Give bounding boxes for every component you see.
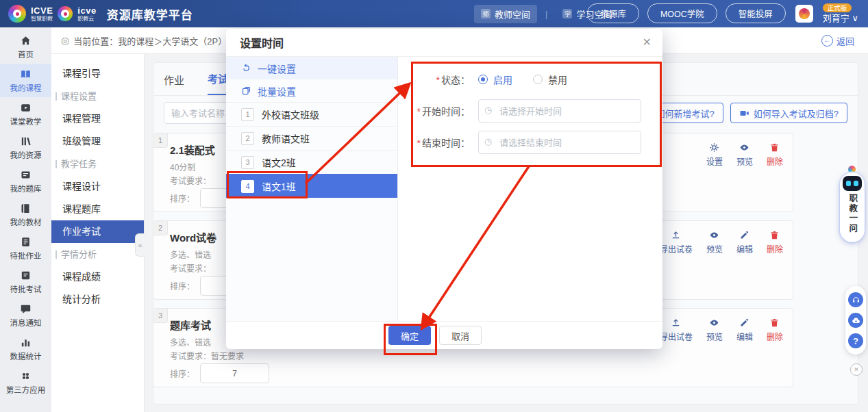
action-eye[interactable]: 预览 (706, 230, 723, 255)
submenu-item-course-manage[interactable]: 课程管理 (51, 107, 144, 130)
submenu-item-course-grades[interactable]: 课程成绩 (51, 266, 144, 288)
cloud-download-icon[interactable] (848, 313, 863, 328)
edit-icon (739, 230, 749, 240)
class-number: 3 (241, 156, 254, 169)
username[interactable]: 刘育宁 ∨ (823, 13, 858, 24)
sidebar-item-my-resources[interactable]: 我的资源 (0, 131, 51, 164)
batch-set-icon (241, 86, 251, 96)
sidebar-item-label: 消息通知 (10, 317, 42, 328)
header-pill-1[interactable]: MOOC学院 (647, 3, 717, 23)
action-trash[interactable]: 删除 (767, 318, 783, 342)
upload-icon (671, 318, 681, 328)
sidebar-item-classroom[interactable]: 课堂教学 (0, 97, 51, 131)
class-item-4[interactable]: 4语文1班 (226, 174, 397, 198)
class-item-3[interactable]: 3语文2班 (226, 150, 397, 174)
sidebar-item-label: 我的资源 (10, 149, 42, 160)
header-pill-2[interactable]: 智能投屏 (726, 3, 786, 23)
user-avatar[interactable] (795, 5, 813, 23)
tab-exam[interactable]: 考试 (208, 71, 228, 95)
action-upload[interactable]: 导出试卷 (660, 230, 693, 255)
sidebar-item-my-textbooks[interactable]: 我的教材 (0, 198, 51, 231)
submenu-item-course-design[interactable]: 课程设计 (51, 175, 144, 198)
help-icon[interactable]: ? (848, 333, 863, 348)
action-trash[interactable]: 删除 (767, 230, 783, 255)
confirm-button[interactable]: 确定 (388, 326, 431, 345)
course-submenu: « 课程引导课程设置课程管理班级管理教学任务课程设计课程题库作业考试学情分析课程… (51, 54, 145, 412)
submenu-item-course-bank[interactable]: 课程题库 (51, 198, 144, 220)
book-icon (20, 68, 32, 80)
action-edit[interactable]: 编辑 (736, 318, 753, 342)
sidebar-item-label: 数据统计 (10, 350, 42, 361)
radio-disable[interactable]: 禁用 (533, 73, 567, 86)
start-time-row: *开始时间： ◷ (398, 99, 662, 123)
sidebar-item-third-party[interactable]: 第三方应用 (0, 365, 51, 399)
video-camera-icon (739, 108, 749, 118)
close-icon[interactable]: ✕ (643, 36, 652, 49)
action-edit[interactable]: 编辑 (736, 230, 753, 255)
sort-input[interactable] (200, 363, 269, 383)
customer-service-icon[interactable] (848, 292, 863, 307)
end-time-input[interactable] (478, 131, 641, 154)
header-right: 资源库MOOC学院智能投屏 正式版 刘育宁 ∨ (587, 3, 868, 24)
submenu-item-class-manage[interactable]: 班级管理 (51, 130, 144, 153)
exam-requirement: 考试要求： (170, 262, 211, 274)
section-bar (55, 250, 57, 259)
help-button-1[interactable]: 如何导入考试及归档? (730, 103, 847, 123)
action-upload[interactable]: 导出试卷 (660, 318, 693, 342)
modal-form-panel: *状态： 启用禁用 *开始时间： ◷ *结束时间： ◷ (398, 57, 662, 322)
eye-icon (739, 142, 749, 153)
upload-icon (671, 230, 681, 240)
action-trash[interactable]: 删除 (767, 142, 783, 167)
sidebar-item-label: 我的课程 (10, 82, 42, 93)
set-time-modal: 设置时间 ✕ 一键设置批量设置1外校语文班级2教师语文班3语文2班4语文1班 *… (226, 29, 662, 349)
sidebar-item-messages[interactable]: 消息通知 (0, 298, 51, 332)
sidebar-item-my-question-bank[interactable]: 我的题库 (0, 164, 51, 198)
radio-circle-icon (478, 75, 488, 84)
chevron-down-icon: ∨ (852, 13, 858, 23)
sort-field: 排序： (170, 363, 269, 383)
play-icon (20, 101, 32, 114)
brand2-sub: 职教云 (77, 16, 96, 22)
action-eye[interactable]: 预览 (706, 318, 723, 342)
class-item-1[interactable]: 1外校语文班级 (226, 102, 397, 126)
cancel-button[interactable]: 取消 (439, 326, 482, 345)
exam-title: 题库考试 (170, 318, 211, 332)
submenu-item-stat-analysis[interactable]: 统计分析 (51, 288, 144, 311)
nav-student-space[interactable]: 学学习空间 (556, 5, 619, 23)
exam-title: 2.1装配式 (170, 142, 215, 157)
brand1-sub: 智慧职教 (31, 16, 53, 22)
action-eye[interactable]: 预览 (736, 142, 753, 167)
left-sidebar: 首页我的课程课堂教学我的资源我的题库我的教材待批作业待批考试消息通知数据统计第三… (0, 27, 51, 412)
nav-teacher-space[interactable]: 师教师空间 (474, 5, 537, 23)
batch-set-link[interactable]: 批量设置 (226, 79, 397, 102)
tab-homework[interactable]: 作业 (164, 73, 184, 95)
nav-separator: | (545, 9, 547, 19)
sidebar-item-home[interactable]: 首页 (0, 30, 51, 64)
class-item-2[interactable]: 2教师语文班 (226, 126, 397, 150)
sidebar-item-label: 第三方应用 (6, 384, 46, 395)
sidebar-item-data-stats[interactable]: 数据统计 (0, 332, 51, 365)
bank-icon (20, 168, 32, 181)
assistant-widget[interactable]: 职教一问 (840, 172, 865, 242)
brand1-title: ICVE (31, 6, 53, 15)
sidebar-item-my-courses[interactable]: 我的课程 (0, 64, 51, 97)
location-icon: ◎ (61, 35, 69, 46)
close-floating-icon[interactable]: ✕ (850, 363, 863, 376)
brand-area: ICVE 智慧职教 icve 职教云 资源库教学平台 (0, 5, 193, 23)
sidebar-item-label: 待批作业 (10, 250, 42, 261)
sidebar-item-pending-exams[interactable]: 待批考试 (0, 265, 51, 298)
submenu-item-homework-exam[interactable]: 作业考试 (51, 220, 144, 243)
quick-set-link[interactable]: 一键设置 (226, 57, 397, 79)
submenu-item-course-guide[interactable]: 课程引导 (51, 62, 144, 85)
user-info[interactable]: 正式版 刘育宁 ∨ (823, 3, 858, 24)
end-time-row: *结束时间： ◷ (398, 131, 662, 154)
action-gear[interactable]: 设置 (706, 142, 723, 167)
start-time-input[interactable] (478, 99, 641, 123)
section-bar (55, 160, 57, 168)
row-number: 1 (153, 133, 168, 148)
sidebar-item-pending-homework[interactable]: 待批作业 (0, 231, 51, 265)
radio-enable[interactable]: 启用 (478, 73, 512, 86)
exam-title: Word试卷 (170, 230, 216, 244)
collapse-submenu-handle[interactable]: « (135, 233, 145, 257)
back-button[interactable]: ← 返回 (821, 34, 854, 47)
